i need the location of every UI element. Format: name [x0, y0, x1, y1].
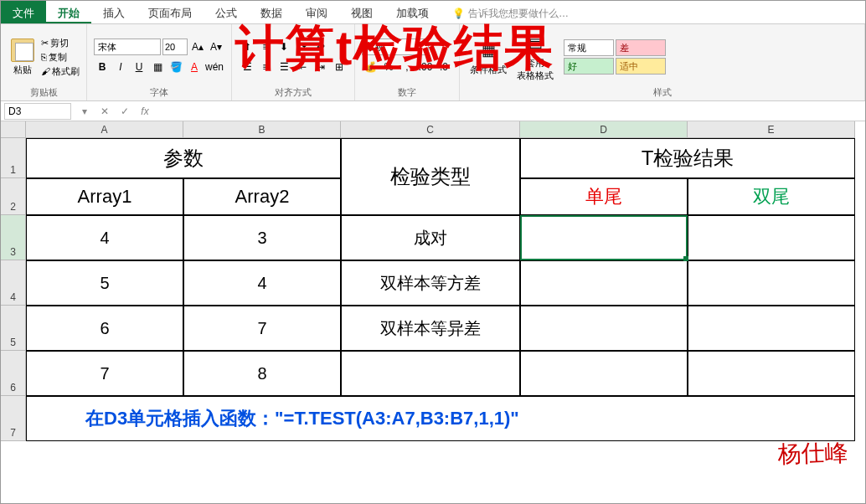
italic-button[interactable]: I: [112, 59, 129, 75]
style-bad[interactable]: 差: [616, 39, 666, 56]
cell-b3[interactable]: 3: [183, 215, 341, 260]
cell-b4[interactable]: 4: [183, 260, 341, 306]
conditional-format-button[interactable]: ▦ 条件格式: [467, 35, 510, 80]
cell-a1b1[interactable]: 参数: [26, 138, 341, 178]
group-alignment: ⬆ ≡ ⬇ ⟳ ↩ ☰ ≡ ☰ ⇤ ⇥ ⊞ 对齐方式: [232, 24, 355, 100]
tab-insert[interactable]: 插入: [91, 1, 137, 23]
formula-input[interactable]: [155, 103, 865, 120]
cell-a6[interactable]: 7: [26, 351, 183, 396]
merge-button[interactable]: ⊞: [331, 59, 348, 75]
table-format-icon: ▤: [523, 32, 547, 55]
cell-c3[interactable]: 成对: [341, 215, 520, 260]
cell-e2[interactable]: 双尾: [688, 178, 855, 215]
tab-home[interactable]: 开始: [46, 1, 91, 23]
increase-indent-button[interactable]: ⇥: [312, 59, 329, 75]
align-center-button[interactable]: ≡: [257, 59, 274, 75]
tab-file[interactable]: 文件: [1, 1, 46, 23]
cell-d1e1[interactable]: T检验结果: [520, 138, 855, 178]
cell-b2[interactable]: Array2: [183, 178, 341, 215]
cell-e4[interactable]: [688, 260, 855, 306]
cell-e3[interactable]: [688, 215, 855, 260]
percent-button[interactable]: %: [380, 59, 397, 75]
row-header-1[interactable]: 1: [1, 138, 26, 178]
cut-button[interactable]: ✂剪切: [41, 37, 80, 49]
font-name-select[interactable]: [94, 39, 161, 55]
copy-button[interactable]: ⎘复制: [41, 51, 80, 64]
number-format-select[interactable]: [362, 39, 429, 55]
cell-b5[interactable]: 7: [183, 306, 341, 351]
cell-d5[interactable]: [520, 306, 688, 351]
border-button[interactable]: ▦: [149, 59, 166, 75]
row-header-3[interactable]: 3: [1, 215, 26, 260]
orientation-button[interactable]: ⟳: [294, 39, 311, 55]
cell-e6[interactable]: [688, 351, 855, 396]
increase-font-button[interactable]: A▴: [189, 39, 206, 55]
tab-layout[interactable]: 页面布局: [137, 1, 204, 23]
cell-d6[interactable]: [520, 351, 688, 396]
row-header-7[interactable]: 7: [1, 396, 26, 441]
painter-button[interactable]: 🖌格式刷: [41, 65, 80, 78]
font-color-button[interactable]: A: [186, 59, 203, 75]
style-neutral[interactable]: 适中: [616, 58, 666, 75]
row-header-6[interactable]: 6: [1, 351, 26, 396]
tab-view[interactable]: 视图: [339, 1, 384, 23]
confirm-icon[interactable]: ✓: [115, 103, 135, 120]
dropdown-icon[interactable]: ▾: [75, 103, 95, 120]
align-right-button[interactable]: ☰: [276, 59, 292, 75]
comma-button[interactable]: ,: [399, 59, 415, 75]
decrease-decimal-button[interactable]: .0: [436, 59, 452, 75]
align-middle-button[interactable]: ≡: [257, 39, 274, 55]
style-normal[interactable]: 常规: [564, 39, 614, 56]
cell-b6[interactable]: 8: [183, 351, 341, 396]
bold-button[interactable]: B: [94, 59, 111, 75]
cell-d4[interactable]: [520, 260, 688, 306]
row-header-5[interactable]: 5: [1, 306, 26, 351]
wrap-text-button[interactable]: ↩: [312, 39, 329, 55]
cell-grid[interactable]: 参数 检验类型 T检验结果 Array1 Array2 单尾 双尾 4 3 成对: [26, 138, 855, 441]
decrease-indent-button[interactable]: ⇤: [294, 59, 311, 75]
phonetic-button[interactable]: wén: [204, 59, 224, 75]
decrease-font-button[interactable]: A▾: [208, 39, 224, 55]
cell-a2[interactable]: Array1: [26, 178, 183, 215]
cell-e5[interactable]: [688, 306, 855, 351]
align-left-button[interactable]: ☰: [239, 59, 255, 75]
tab-review[interactable]: 审阅: [294, 1, 339, 23]
tab-data[interactable]: 数据: [249, 1, 294, 23]
cell-c6[interactable]: [341, 351, 520, 396]
font-size-select[interactable]: [162, 39, 188, 55]
format-table-button[interactable]: ▤ 套用 表格格式: [513, 28, 557, 85]
tell-me[interactable]: 💡告诉我您想要做什么…: [441, 1, 584, 23]
name-box[interactable]: [4, 103, 71, 120]
fill-color-button[interactable]: 🪣: [168, 59, 184, 75]
cell-a4[interactable]: 5: [26, 260, 183, 306]
fx-icon[interactable]: fx: [135, 103, 155, 120]
cell-a3[interactable]: 4: [26, 215, 183, 260]
cell-a5[interactable]: 6: [26, 306, 183, 351]
col-header-b[interactable]: B: [183, 121, 341, 138]
cancel-icon[interactable]: ✕: [95, 103, 115, 120]
currency-button[interactable]: 💰: [362, 59, 379, 75]
tab-formulas[interactable]: 公式: [204, 1, 249, 23]
col-header-a[interactable]: A: [26, 121, 183, 138]
underline-button[interactable]: U: [131, 59, 147, 75]
cell-d2[interactable]: 单尾: [520, 178, 688, 215]
paste-button[interactable]: 粘贴: [8, 37, 38, 78]
col-header-d[interactable]: D: [520, 121, 688, 138]
formula-bar: ▾ ✕ ✓ fx: [1, 101, 865, 121]
col-header-c[interactable]: C: [341, 121, 520, 138]
align-bottom-button[interactable]: ⬇: [276, 39, 292, 55]
cell-c5[interactable]: 双样本等异差: [341, 306, 520, 351]
cell-a7e7[interactable]: 在D3单元格插入函数："=T.TEST(A3:A7,B3:B7,1,1)": [26, 396, 855, 441]
style-good[interactable]: 好: [564, 58, 614, 75]
increase-decimal-button[interactable]: .00: [417, 59, 434, 75]
row-header-4[interactable]: 4: [1, 260, 26, 306]
cell-c4[interactable]: 双样本等方差: [341, 260, 520, 306]
cell-d3[interactable]: [520, 215, 688, 260]
tab-addins[interactable]: 加载项: [384, 1, 441, 23]
cell-c1c2[interactable]: 检验类型: [341, 138, 520, 215]
align-top-button[interactable]: ⬆: [239, 39, 255, 55]
row-header-2[interactable]: 2: [1, 178, 26, 215]
col-header-e[interactable]: E: [688, 121, 855, 138]
selection-outline: [520, 215, 688, 260]
select-all-corner[interactable]: [1, 121, 26, 138]
